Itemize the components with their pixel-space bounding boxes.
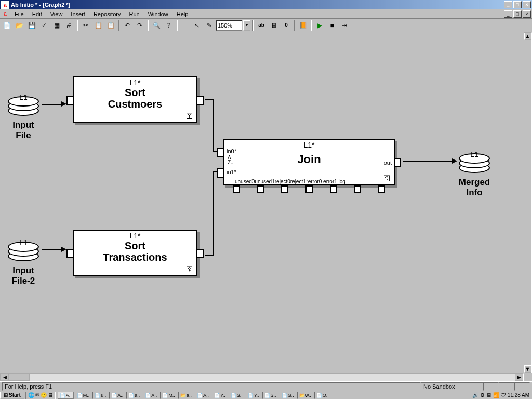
port-reject0[interactable] — [281, 185, 288, 193]
redo-icon[interactable]: ↷ — [134, 20, 145, 31]
tray-icon[interactable]: 🔊 — [472, 392, 478, 398]
node-sort-customers[interactable]: L1* SortCustmoers ⚿ — [73, 76, 197, 123]
grid-icon[interactable]: ▦ — [51, 20, 62, 31]
port-in0[interactable] — [217, 148, 224, 157]
port-out[interactable] — [196, 96, 204, 105]
port-label-in0: in0* — [227, 148, 236, 154]
menu-run[interactable]: Run — [125, 10, 143, 18]
task-item[interactable]: 📄O.. — [314, 392, 331, 399]
ab-icon[interactable]: ab — [256, 20, 267, 31]
task-item[interactable]: 📄G.. — [280, 392, 296, 399]
task-item[interactable]: 📄M.. — [160, 392, 177, 399]
scroll-down-arrow[interactable]: ▼ — [524, 365, 531, 373]
wand-icon[interactable]: ✎ — [204, 20, 215, 31]
node-input-file[interactable]: L1 InputFile — [5, 92, 42, 140]
child-maximize-button[interactable]: □ — [513, 10, 522, 18]
child-close-button[interactable]: × — [523, 10, 531, 18]
stop-icon[interactable]: ■ — [326, 20, 338, 31]
port-out[interactable] — [196, 249, 204, 258]
scrollbar-horizontal[interactable]: ◀ ▶ — [0, 373, 524, 381]
taskbar: ⊞ Start 🌐 ✉ 🙂 🖥 📄A.. 📄M.. 📄u.. 📄A.. 📄a..… — [0, 391, 532, 399]
port-in[interactable] — [66, 249, 74, 258]
tray-icon[interactable]: 🖥 — [486, 392, 491, 398]
scroll-track[interactable] — [30, 374, 515, 381]
scroll-up-arrow[interactable]: ▲ — [524, 33, 531, 40]
task-item[interactable]: 📄S.. — [229, 392, 245, 399]
menu-edit[interactable]: Edit — [28, 10, 46, 18]
clock[interactable]: 11:28 AM — [508, 392, 529, 398]
find-icon[interactable]: 🔍 — [151, 20, 162, 31]
port-error1[interactable] — [354, 185, 361, 193]
task-item[interactable]: 📄A.. — [109, 392, 125, 399]
menu-help[interactable]: Help — [172, 10, 193, 18]
start-button[interactable]: ⊞ Start — [0, 392, 24, 399]
step-icon[interactable]: ⇥ — [339, 20, 350, 31]
menu-repository[interactable]: Repository — [89, 10, 125, 18]
port-in[interactable] — [66, 96, 74, 105]
toolbar-sep — [77, 20, 78, 31]
help-icon[interactable]: ? — [163, 20, 175, 31]
tray-icon[interactable]: 🛡 — [501, 392, 506, 398]
check-icon[interactable]: ✓ — [38, 20, 50, 31]
quicklaunch-icon[interactable]: 🌐 — [28, 392, 34, 398]
port-error0[interactable] — [330, 185, 337, 193]
port-in1[interactable] — [217, 168, 224, 178]
port-unused1[interactable] — [257, 185, 264, 193]
port-out[interactable] — [394, 158, 401, 167]
task-item[interactable]: 📄u.. — [92, 392, 108, 399]
paste-icon[interactable]: 📋 — [105, 20, 116, 31]
tray-icon[interactable]: 📶 — [493, 392, 499, 398]
task-item[interactable]: 📄A.. — [195, 392, 211, 399]
scroll-left-arrow[interactable]: ◀ — [1, 374, 9, 381]
zero-icon[interactable]: 0 — [281, 20, 292, 31]
menu-view[interactable]: View — [46, 10, 67, 18]
tag-label: L1 — [5, 238, 42, 247]
open-icon[interactable]: 📂 — [14, 20, 25, 31]
monitor-icon[interactable]: 🖥 — [268, 20, 280, 31]
menu-window[interactable]: Window — [144, 10, 172, 18]
node-join[interactable]: in0* AZ↓ in1* L1* Join out ⚿ unused0unus… — [223, 139, 395, 185]
menu-file[interactable]: File — [10, 10, 28, 18]
canvas[interactable]: L1 InputFile L1 InputFile-2 L1* SortCust — [0, 32, 532, 381]
run-icon[interactable]: ▶ — [314, 20, 325, 31]
port-label-out: out — [384, 159, 392, 166]
task-item[interactable]: 📄Y.. — [212, 392, 228, 399]
close-button[interactable]: × — [523, 1, 531, 8]
quicklaunch-icon[interactable]: 🙂 — [41, 392, 47, 398]
maximize-button[interactable]: □ — [513, 1, 522, 8]
task-item[interactable]: 📄a.. — [126, 392, 142, 399]
book-icon[interactable]: 📙 — [297, 20, 309, 31]
task-item[interactable]: 📂w.. — [297, 392, 313, 399]
task-item[interactable]: 📂a.. — [178, 392, 194, 399]
menu-insert[interactable]: Insert — [66, 10, 89, 18]
zoom-input[interactable]: 150% — [216, 20, 242, 31]
task-item[interactable]: 📄A.. — [143, 392, 159, 399]
pointer-icon[interactable]: ↖ — [191, 20, 203, 31]
quicklaunch-icon[interactable]: 🖥 — [48, 392, 53, 398]
minimize-button[interactable]: _ — [504, 1, 512, 8]
node-sort-transactions[interactable]: L1* SortTransactions ⚿ — [73, 230, 197, 276]
undo-icon[interactable]: ↶ — [122, 20, 133, 31]
copy-icon[interactable]: 📋 — [92, 20, 104, 31]
save-icon[interactable]: 💾 — [26, 20, 37, 31]
scroll-right-arrow[interactable]: ▶ — [515, 374, 523, 381]
port-unused0[interactable] — [233, 185, 240, 193]
node-input-file-2[interactable]: L1 InputFile-2 — [5, 237, 42, 286]
scrollbar-vertical[interactable]: ▲ ▼ — [524, 32, 532, 373]
node-merged-info[interactable]: L1 MergedInfo — [456, 149, 493, 197]
tray-icon[interactable]: ⚙ — [480, 392, 485, 398]
child-minimize-button[interactable]: _ — [504, 10, 512, 18]
task-item[interactable]: 📄A.. — [58, 392, 74, 399]
quicklaunch-icon[interactable]: ✉ — [35, 392, 39, 398]
system-tray[interactable]: 🔊 ⚙ 🖥 📶 🛡 11:28 AM — [470, 392, 532, 399]
zoom-dropdown[interactable]: ▼ — [243, 20, 250, 31]
task-item[interactable]: 📄S.. — [262, 392, 278, 399]
new-icon[interactable]: 📄 — [1, 20, 12, 31]
port-log[interactable] — [378, 185, 385, 193]
scroll-thumb[interactable] — [9, 374, 30, 381]
task-item[interactable]: 📄M.. — [75, 392, 92, 399]
task-item[interactable]: 📄Y.. — [246, 392, 261, 399]
port-reject1[interactable] — [305, 185, 313, 193]
cut-icon[interactable]: ✂ — [80, 20, 91, 31]
print-icon[interactable]: 🖨 — [63, 20, 75, 31]
